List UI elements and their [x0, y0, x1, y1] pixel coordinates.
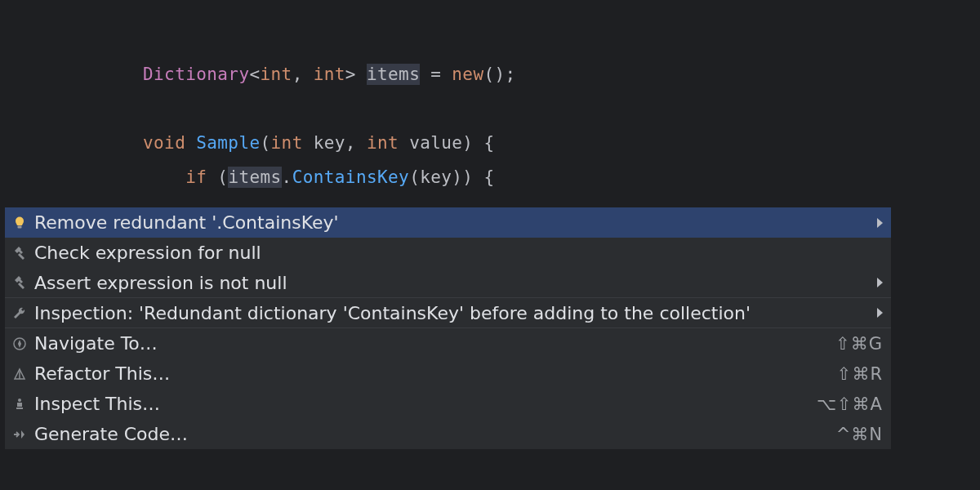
shortcut-label: ⌥⇧⌘A — [817, 394, 883, 414]
shortcut-label: ^⌘N — [836, 425, 883, 444]
identifier-items: items — [228, 167, 281, 188]
svg-rect-0 — [18, 225, 22, 228]
svg-rect-5 — [16, 408, 23, 409]
identifier-items: items — [367, 64, 420, 85]
code-editor[interactable]: Dictionary<int, int> items = new(); void… — [0, 0, 980, 194]
action-check-null[interactable]: Check expression for null — [5, 238, 891, 268]
svg-point-3 — [18, 399, 21, 402]
action-remove-redundant-containskey[interactable]: Remove redundant '.ContainsKey' — [5, 207, 891, 238]
action-label: Refactor This… — [34, 363, 837, 384]
hammer-icon — [11, 274, 28, 291]
method-name-sample: Sample — [196, 133, 260, 153]
action-refactor-this[interactable]: Refactor This… ⇧⌘R — [5, 359, 891, 389]
action-navigate-to[interactable]: Navigate To… ⇧⌘G — [5, 328, 891, 359]
action-label: Check expression for null — [34, 243, 883, 263]
arrow-to-icon — [11, 426, 28, 443]
action-label: Remove redundant '.ContainsKey' — [34, 212, 871, 233]
chevron-right-icon — [877, 308, 883, 318]
action-generate-code[interactable]: Generate Code… ^⌘N — [5, 419, 891, 449]
action-label: Assert expression is not null — [34, 273, 871, 293]
svg-rect-4 — [17, 403, 22, 407]
code-line[interactable]: Dictionary<int, int> items = new(); — [143, 57, 980, 91]
action-assert-not-null[interactable]: Assert expression is not null — [5, 268, 891, 298]
shortcut-label: ⇧⌘G — [835, 334, 883, 354]
type-name: Dictionary — [143, 65, 249, 84]
hammer-icon — [11, 245, 28, 261]
triangle-icon — [11, 366, 28, 382]
wrench-icon — [11, 305, 28, 321]
code-line-blank[interactable] — [143, 91, 980, 126]
context-actions-popup: Remove redundant '.ContainsKey' Check ex… — [5, 207, 891, 449]
action-inspection-options[interactable]: Inspection: 'Redundant dictionary 'Conta… — [5, 298, 891, 328]
compass-icon — [11, 336, 28, 352]
action-label: Generate Code… — [34, 424, 836, 444]
chevron-right-icon — [877, 278, 883, 287]
code-line[interactable]: void Sample(int key, int value) { — [143, 126, 980, 160]
bulb-icon — [11, 215, 28, 231]
action-label: Inspection: 'Redundant dictionary 'Conta… — [34, 303, 871, 323]
shortcut-label: ⇧⌘R — [837, 364, 883, 384]
chevron-right-icon — [877, 218, 883, 228]
action-label: Navigate To… — [34, 333, 835, 354]
method-call-containskey: ContainsKey — [292, 167, 409, 187]
figure-icon — [11, 396, 28, 412]
action-inspect-this[interactable]: Inspect This… ⌥⇧⌘A — [5, 389, 891, 419]
action-label: Inspect This… — [34, 394, 817, 414]
code-line[interactable]: if (items.ContainsKey(key)) { — [143, 160, 980, 194]
